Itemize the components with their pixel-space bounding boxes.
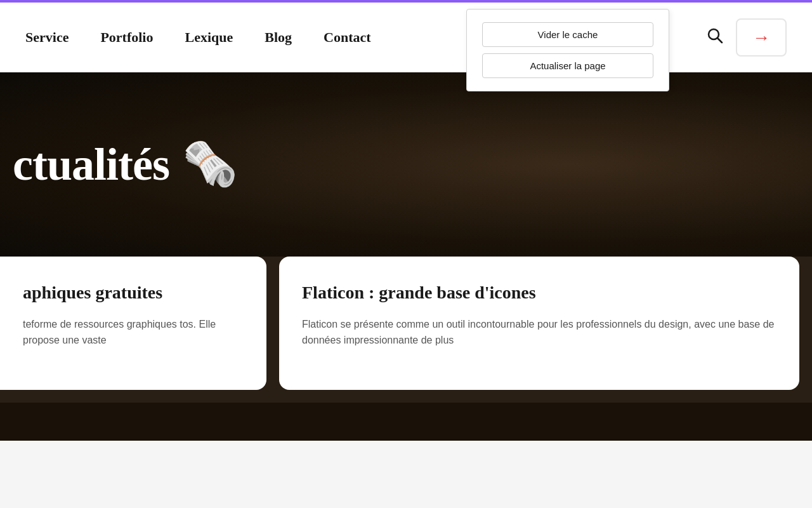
card-1: aphiques gratuites teforme de ressources… [0, 257, 266, 390]
newspaper-icon: 🗞️ [182, 142, 237, 187]
header: Service Portfolio Lexique Blog Contact →… [0, 3, 812, 72]
card-1-title: aphiques gratuites [23, 282, 244, 304]
search-icon[interactable] [707, 27, 723, 48]
actualiser-page-button[interactable]: Actualiser la page [482, 53, 653, 78]
hero-content: ctualités 🗞️ [13, 138, 237, 191]
card-2: Flaticon : grande base d'icones Flaticon… [279, 257, 799, 390]
nav-portfolio[interactable]: Portfolio [100, 29, 153, 46]
nav-service[interactable]: Service [25, 29, 69, 46]
context-menu: Vider le cache Actualiser la page [466, 9, 669, 91]
hero-title: ctualités [13, 138, 169, 191]
svg-line-1 [717, 38, 722, 43]
nav-blog[interactable]: Blog [265, 29, 292, 46]
card-2-title: Flaticon : grande base d'icones [302, 282, 776, 304]
vider-cache-button[interactable]: Vider le cache [482, 22, 653, 47]
cards-row-1: aphiques gratuites teforme de ressources… [0, 257, 812, 403]
nav-contact[interactable]: Contact [324, 29, 371, 46]
cta-arrow-button[interactable]: → [736, 18, 787, 57]
card-2-text: Flaticon se présente comme un outil inco… [302, 316, 776, 349]
bottom-dark-row [0, 403, 812, 441]
header-right: → [707, 18, 787, 57]
arrow-right-icon: → [752, 27, 770, 48]
hero-section: ctualités 🗞️ [0, 72, 812, 257]
main-nav: Service Portfolio Lexique Blog Contact [25, 29, 371, 46]
nav-lexique[interactable]: Lexique [185, 29, 233, 46]
card-1-text: teforme de ressources graphiques tos. El… [23, 316, 244, 349]
